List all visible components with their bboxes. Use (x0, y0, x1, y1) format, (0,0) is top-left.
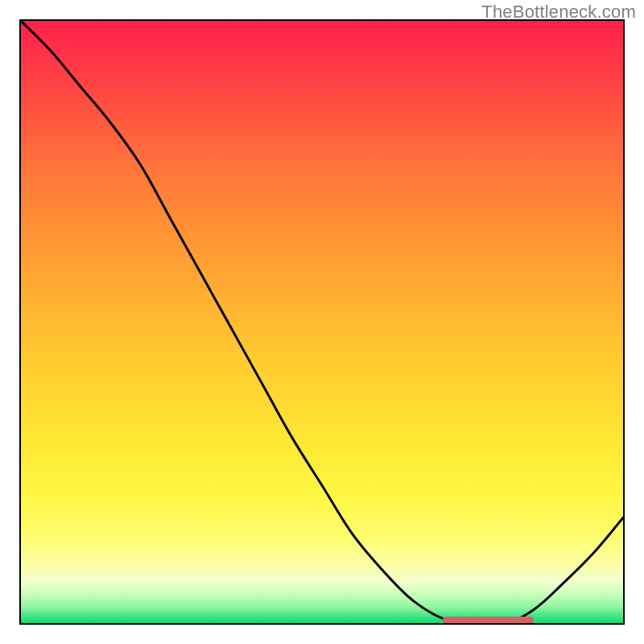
watermark-text: TheBottleneck.com (481, 2, 636, 23)
optimal-range-marker (443, 617, 534, 623)
chart-area (19, 19, 625, 625)
chart-curve (19, 19, 625, 625)
